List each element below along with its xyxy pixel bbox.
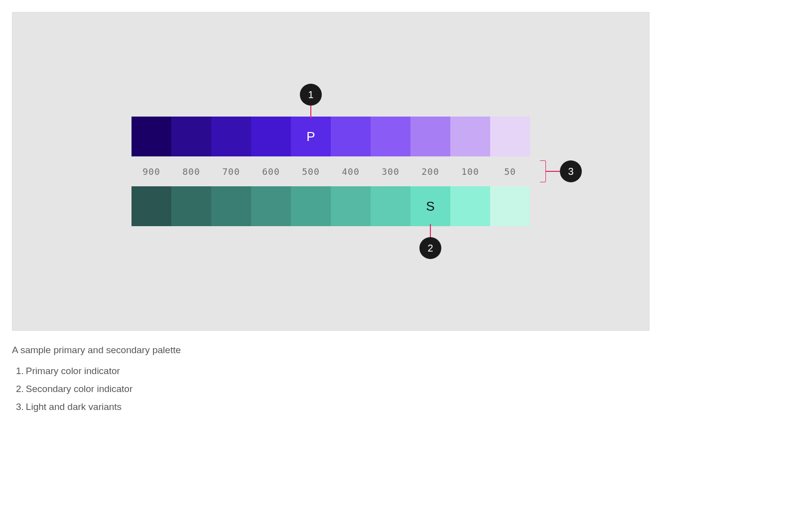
annotation-connector-2 bbox=[430, 224, 431, 237]
primary-swatch-200 bbox=[410, 117, 450, 156]
secondary-swatch-900 bbox=[132, 186, 171, 226]
primary-swatch-300 bbox=[371, 117, 410, 156]
annotation-badge-2-label: 2 bbox=[427, 243, 433, 254]
legend-item-number: 1. bbox=[16, 366, 24, 376]
primary-palette-row bbox=[132, 117, 530, 156]
tonal-label: 500 bbox=[291, 166, 331, 177]
annotation-connector-1 bbox=[310, 106, 311, 119]
secondary-swatch-50 bbox=[490, 186, 530, 226]
primary-swatch-400 bbox=[331, 117, 371, 156]
annotation-badge-1-label: 1 bbox=[308, 89, 313, 101]
secondary-swatch-800 bbox=[171, 186, 211, 226]
secondary-palette-row bbox=[132, 186, 530, 226]
annotation-connector-3 bbox=[546, 171, 560, 172]
secondary-swatch-100 bbox=[450, 186, 490, 226]
tonal-label: 50 bbox=[490, 166, 530, 177]
annotation-badge-2: 2 bbox=[419, 237, 441, 259]
secondary-swatch-300 bbox=[371, 186, 410, 226]
tonal-label: 200 bbox=[410, 166, 450, 177]
legend-item: 2.Secondary color indicator bbox=[16, 384, 782, 395]
annotation-badge-3-label: 3 bbox=[568, 166, 573, 177]
annotation-bracket-3 bbox=[540, 160, 546, 182]
figure-caption: A sample primary and secondary palette bbox=[12, 345, 782, 356]
legend-item-number: 2. bbox=[16, 384, 24, 394]
annotation-badge-3: 3 bbox=[560, 160, 582, 182]
tonal-label: 900 bbox=[132, 166, 171, 177]
primary-swatch-800 bbox=[171, 117, 211, 156]
tonal-label: 700 bbox=[211, 166, 251, 177]
primary-indicator-circle: P bbox=[293, 119, 329, 154]
primary-swatch-900 bbox=[132, 117, 171, 156]
tonal-labels-row: 90080070060050040030020010050 bbox=[132, 156, 530, 186]
legend-item-text: Primary color indicator bbox=[26, 366, 120, 376]
secondary-swatch-500 bbox=[291, 186, 331, 226]
legend-item: 1.Primary color indicator bbox=[16, 366, 782, 377]
legend-item: 3.Light and dark variants bbox=[16, 401, 782, 412]
tonal-label: 600 bbox=[251, 166, 291, 177]
primary-swatch-100 bbox=[450, 117, 490, 156]
tonal-label: 400 bbox=[331, 166, 371, 177]
primary-swatch-700 bbox=[211, 117, 251, 156]
annotation-badge-1: 1 bbox=[300, 84, 322, 106]
primary-indicator-letter: P bbox=[306, 129, 315, 144]
primary-swatch-600 bbox=[251, 117, 291, 156]
primary-swatch-50 bbox=[490, 117, 530, 156]
figure-legend: 1.Primary color indicator2.Secondary col… bbox=[12, 366, 782, 412]
secondary-indicator-circle: S bbox=[412, 188, 448, 224]
legend-item-number: 3. bbox=[16, 401, 24, 412]
secondary-indicator-letter: S bbox=[426, 199, 434, 214]
tonal-label: 300 bbox=[371, 166, 410, 177]
secondary-swatch-400 bbox=[331, 186, 371, 226]
tonal-label: 800 bbox=[171, 166, 211, 177]
palette-figure: 90080070060050040030020010050 P S 1 2 3 bbox=[12, 12, 650, 331]
palette-block: 90080070060050040030020010050 P S 1 2 3 bbox=[132, 117, 530, 226]
legend-item-text: Light and dark variants bbox=[26, 401, 122, 412]
secondary-swatch-600 bbox=[251, 186, 291, 226]
tonal-label: 100 bbox=[450, 166, 490, 177]
legend-item-text: Secondary color indicator bbox=[26, 384, 132, 394]
secondary-swatch-700 bbox=[211, 186, 251, 226]
